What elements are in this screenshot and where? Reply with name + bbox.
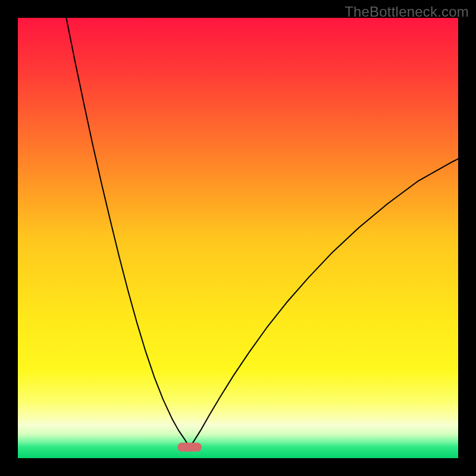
chart-frame: TheBottleneck.com (0, 0, 476, 476)
bottleneck-chart (18, 18, 458, 458)
chart-background (18, 18, 458, 458)
dip-marker (177, 443, 202, 452)
watermark-text: TheBottleneck.com (345, 4, 469, 20)
